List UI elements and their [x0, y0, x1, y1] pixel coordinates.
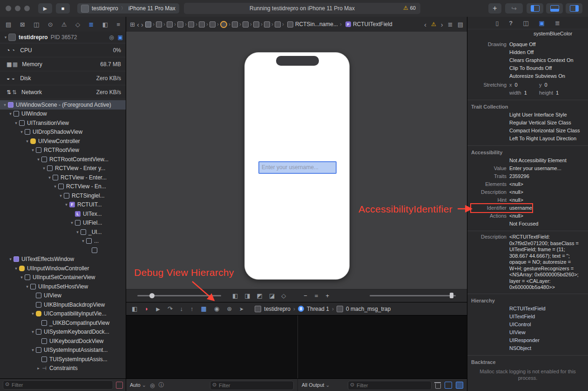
hierarchy-row[interactable]: NSObject [471, 344, 584, 352]
view-mode-icon[interactable] [257, 292, 263, 299]
tree-row[interactable]: UISystemInputAssistant... [0, 346, 126, 355]
process-row[interactable]: testidrepro PID 36572 ◎ ▣ [0, 32, 126, 43]
disclosure-triangle[interactable] [24, 139, 30, 144]
debug-bar-icon[interactable] [168, 305, 173, 312]
tree-row[interactable]: RCTRootView [0, 146, 126, 155]
view-mode-icon[interactable] [232, 292, 238, 299]
tree-row[interactable]: UIWindowScene - (Foreground Active) [0, 100, 126, 110]
show-variables-view-icon[interactable] [445, 382, 452, 389]
filter-toggle-icon[interactable] [116, 382, 123, 389]
tree-row[interactable]: UIInputSetContainerView [0, 273, 126, 282]
navigator-tab-icon[interactable] [75, 21, 80, 28]
jump-bar-crumb[interactable] [253, 21, 264, 27]
library-add-button[interactable]: + [488, 3, 501, 14]
jump-bar-crumb[interactable] [145, 21, 156, 27]
tree-row[interactable]: Constraints [0, 364, 126, 373]
hierarchy-row[interactable]: UITextField [471, 313, 584, 321]
hierarchy-row[interactable]: UIResponder [471, 336, 584, 344]
disclosure-triangle[interactable] [35, 157, 41, 162]
debug-bar-icon[interactable] [132, 305, 137, 312]
tree-row[interactable]: _UI... [0, 227, 126, 237]
minimize-window-icon[interactable] [15, 6, 20, 11]
jump-bar-crumb[interactable] [210, 21, 220, 27]
jump-bar-crumb[interactable] [275, 21, 285, 27]
disclosure-triangle[interactable] [24, 284, 30, 289]
disclosure-triangle[interactable] [19, 130, 25, 134]
tree-row[interactable] [0, 246, 126, 255]
debug-bar-icon[interactable] [227, 305, 232, 312]
code-review-button[interactable] [505, 3, 523, 14]
disclosure-triangle[interactable] [41, 166, 47, 171]
view-mode-icon[interactable] [281, 292, 286, 299]
disclosure-triangle[interactable] [3, 35, 8, 40]
debug-bar-icon[interactable] [180, 305, 183, 312]
tree-row[interactable]: UIViewController [0, 137, 126, 146]
tree-row[interactable]: UICompatibilityInputVie... [0, 309, 126, 319]
jump-bar-crumb[interactable] [156, 21, 167, 27]
navigator-tab-icon[interactable] [116, 21, 120, 28]
disclosure-triangle[interactable] [80, 239, 86, 243]
tree-row[interactable]: UIView [0, 291, 126, 301]
console-output-popup[interactable]: All Output [302, 382, 330, 388]
variables-view[interactable] [126, 316, 297, 379]
zoom-out-button[interactable]: − [304, 292, 307, 299]
navigator-tab-icon[interactable] [20, 21, 25, 28]
show-only-variables-icon[interactable]: ◎ [150, 382, 155, 389]
disclosure-triangle[interactable] [30, 148, 36, 152]
jump-bar-crumb[interactable]: RCTSin...name... [287, 21, 338, 27]
scheme-selector[interactable]: testidrepro 〉 iPhone 11 Pro Max [77, 3, 179, 14]
spacing-slider-thumb[interactable] [450, 293, 453, 298]
tree-row[interactable]: UIWindow [0, 110, 126, 119]
debug-bar-icon[interactable] [190, 305, 194, 312]
navigator-tab-icon[interactable] [88, 21, 94, 28]
hierarchy-row[interactable]: RCTUITextField [471, 305, 584, 313]
navigator-tab-icon[interactable] [102, 21, 108, 28]
disclosure-triangle[interactable] [30, 311, 36, 316]
view-mode-icon[interactable] [244, 292, 250, 299]
debug-bar-icon[interactable] [239, 305, 243, 312]
navigator-filter-input[interactable] [3, 380, 113, 390]
spacing-slider[interactable] [370, 295, 456, 296]
gauge-row[interactable]: Network Zero KB/s [0, 85, 126, 99]
issues-warning-icon[interactable]: ⚠ [431, 21, 436, 27]
inspector-tab-icon[interactable] [495, 20, 499, 27]
tree-row[interactable]: UITex... [0, 209, 126, 219]
tree-row[interactable]: UIKeyboardDockView [0, 336, 126, 346]
tree-row[interactable]: UISystemKeyboardDock... [0, 328, 126, 337]
canvas-options-icon[interactable] [458, 21, 463, 28]
gauge-row[interactable]: CPU 0% [0, 43, 126, 57]
show-console-view-icon[interactable] [456, 382, 463, 389]
disclosure-triangle[interactable] [30, 329, 36, 334]
navigator-tab-icon[interactable] [61, 21, 67, 28]
debug-bar-icon[interactable] [156, 305, 160, 312]
show-all-views-icon[interactable] [130, 21, 135, 28]
inspector-tab-icon[interactable] [539, 20, 545, 27]
selected-textfield[interactable]: Enter your username... [258, 161, 337, 174]
gauge-row[interactable]: Memory 68.7 MB [0, 57, 126, 71]
tree-row[interactable]: UIFiel... [0, 219, 126, 228]
pause-gauge-icon[interactable]: ◎ [109, 34, 114, 41]
clear-console-icon[interactable] [435, 384, 441, 389]
editor-layout-right-button[interactable] [566, 3, 582, 14]
debug-bar-icon[interactable] [214, 305, 219, 312]
close-window-icon[interactable] [6, 6, 11, 11]
zoom-slider[interactable] [137, 295, 221, 296]
gauge-row[interactable]: Disk Zero KB/s [0, 71, 126, 85]
tree-row[interactable]: RCTView - Enter... [0, 173, 126, 182]
previous-issue-icon[interactable] [424, 21, 426, 28]
inspector-tab-icon[interactable] [555, 20, 560, 27]
tree-row[interactable]: ... [0, 237, 126, 246]
tree-row[interactable]: _UIKBCompatInputView [0, 318, 126, 328]
view-debugger-canvas[interactable]: Enter your username... [126, 32, 467, 289]
hierarchy-row[interactable]: UIControl [471, 321, 584, 329]
jump-bar-crumb[interactable] [188, 21, 199, 27]
tree-row[interactable]: RCTSinglel... [0, 191, 126, 200]
inspector-tab-icon[interactable] [523, 20, 528, 27]
jump-bar-crumb[interactable] [177, 21, 188, 27]
tree-row[interactable]: TUISystemInputAssis... [0, 355, 126, 364]
disclosure-triangle[interactable] [63, 202, 69, 207]
view-mode-icon[interactable] [269, 292, 275, 299]
jump-bar-crumb[interactable] [264, 21, 275, 27]
forward-icon[interactable] [141, 21, 143, 28]
tree-row[interactable]: RCTRootContentView... [0, 155, 126, 164]
